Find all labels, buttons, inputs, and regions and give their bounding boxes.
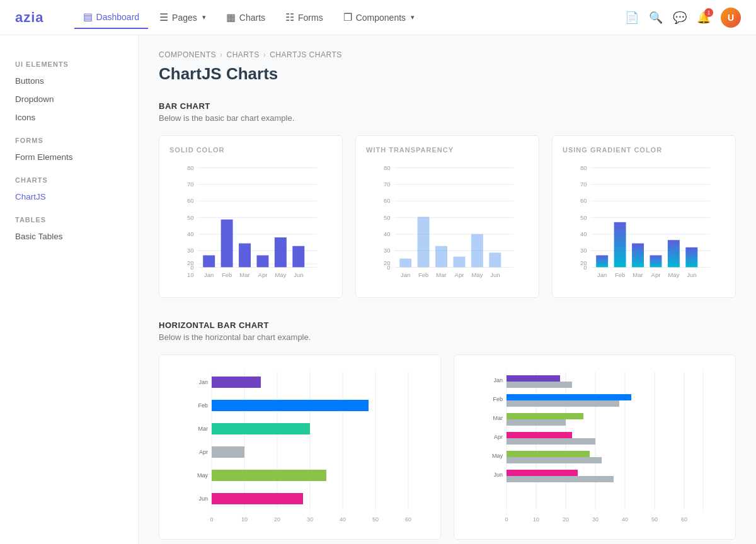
svg-text:Jan: Jan xyxy=(198,379,208,385)
svg-text:Feb: Feb xyxy=(222,271,232,278)
hbar-chart-section-title: HORIZONTAL BAR CHART xyxy=(159,320,736,330)
sidebar-item-dropdown[interactable]: Dropdown xyxy=(0,90,138,108)
svg-text:80: 80 xyxy=(187,164,194,171)
svg-text:60: 60 xyxy=(384,197,391,204)
search-icon[interactable]: 🔍 xyxy=(649,11,663,25)
svg-text:May: May xyxy=(275,271,286,278)
pages-icon: ☰ xyxy=(159,11,168,23)
sidebar-item-form-elements[interactable]: Form Elements xyxy=(0,148,138,166)
hbar-chart-2-svg: 0 10 20 30 40 50 60 Jan Feb xyxy=(464,365,725,529)
sidebar-item-icons[interactable]: Icons xyxy=(0,108,138,127)
svg-rect-24 xyxy=(275,237,287,267)
nav-right: 📄 🔍 💬 🔔 1 U xyxy=(625,8,741,28)
breadcrumb-current: CHARTJS CHARTS xyxy=(270,50,342,59)
svg-text:80: 80 xyxy=(580,164,587,171)
svg-rect-54 xyxy=(489,252,501,267)
nav-forms[interactable]: ☷ Forms xyxy=(277,6,332,29)
svg-text:60: 60 xyxy=(580,197,587,204)
bar-chart-section-title: BAR CHART xyxy=(159,101,736,111)
svg-text:30: 30 xyxy=(592,516,598,523)
sidebar-item-basic-tables[interactable]: Basic Tables xyxy=(0,227,138,246)
svg-text:Apr: Apr xyxy=(455,271,464,278)
chevron-down-icon: ▾ xyxy=(202,13,206,21)
nav-pages[interactable]: ☰ Pages ▾ xyxy=(151,6,215,29)
svg-text:Feb: Feb xyxy=(198,402,208,409)
hbar-chart-1-area: 0 10 20 30 40 50 60 Jan Feb xyxy=(169,365,430,529)
svg-text:Feb: Feb xyxy=(493,396,503,402)
layout: UI ELEMENTS Buttons Dropdown Icons FORMS… xyxy=(0,35,756,544)
svg-rect-125 xyxy=(507,375,560,382)
svg-text:Jan: Jan xyxy=(401,271,410,278)
svg-rect-77 xyxy=(650,255,662,267)
hbar-charts-row: 0 10 20 30 40 50 60 Jan Feb xyxy=(159,354,736,540)
sidebar-section-ui-elements: UI ELEMENTS Buttons Dropdown Icons xyxy=(0,55,138,127)
sidebar-item-buttons[interactable]: Buttons xyxy=(0,72,138,90)
bar-chart-gradient: USING GRADIENT COLOR xyxy=(552,135,736,298)
svg-text:20: 20 xyxy=(563,516,569,523)
sidebar-section-title-forms: FORMS xyxy=(0,132,138,148)
svg-text:Apr: Apr xyxy=(199,449,208,455)
svg-text:Jun: Jun xyxy=(490,271,500,278)
message-icon[interactable]: 💬 xyxy=(673,11,687,25)
svg-text:60: 60 xyxy=(187,197,194,204)
bar-chart-solid-label: SOLID COLOR xyxy=(169,146,332,154)
svg-rect-44 xyxy=(399,259,411,268)
svg-text:Jun: Jun xyxy=(493,472,503,478)
svg-text:50: 50 xyxy=(580,214,587,221)
notification-badge: 1 xyxy=(704,8,713,17)
nav-dashboard[interactable]: ▤ Dashboard xyxy=(74,6,149,29)
bar-chart-transparency: WITH TRANSPARENCY 80 70 60 50 xyxy=(355,135,539,298)
svg-text:0: 0 xyxy=(387,264,390,271)
svg-rect-129 xyxy=(507,400,619,407)
svg-rect-138 xyxy=(507,457,602,463)
svg-text:80: 80 xyxy=(384,164,391,171)
svg-text:50: 50 xyxy=(651,516,658,523)
svg-text:0: 0 xyxy=(190,264,193,271)
breadcrumb-sep2: › xyxy=(263,50,266,59)
nav-links: ▤ Dashboard ☰ Pages ▾ ▦ Charts ☷ Forms ❐… xyxy=(74,6,605,29)
svg-rect-81 xyxy=(685,247,697,268)
svg-text:May: May xyxy=(197,472,209,479)
sidebar: UI ELEMENTS Buttons Dropdown Icons FORMS… xyxy=(0,35,139,544)
svg-text:30: 30 xyxy=(307,516,313,523)
bar-chart-section-desc: Below is the basic bar chart example. xyxy=(159,113,736,123)
nav-components[interactable]: ❐ Components ▾ xyxy=(335,6,423,29)
svg-text:20: 20 xyxy=(274,516,280,523)
svg-text:Mar: Mar xyxy=(493,415,503,421)
svg-rect-134 xyxy=(507,432,572,438)
nav-charts[interactable]: ▦ Charts xyxy=(217,6,274,29)
svg-text:Jun: Jun xyxy=(294,271,303,278)
svg-rect-104 xyxy=(212,446,244,458)
svg-rect-52 xyxy=(471,234,483,268)
svg-text:Jan: Jan xyxy=(204,271,214,278)
avatar[interactable]: U xyxy=(721,8,741,28)
svg-rect-141 xyxy=(507,476,614,482)
bar-chart-transparency-area: 80 70 60 50 40 30 20 0 Jan Feb xyxy=(366,161,529,287)
dashboard-icon: ▤ xyxy=(83,11,93,23)
sidebar-section-tables: TABLES Basic Tables xyxy=(0,211,138,246)
sidebar-item-chartjs[interactable]: ChartJS xyxy=(0,188,138,206)
top-navigation: azia ▤ Dashboard ☰ Pages ▾ ▦ Charts ☷ Fo… xyxy=(0,0,756,35)
svg-text:Mar: Mar xyxy=(633,271,643,278)
svg-text:Jun: Jun xyxy=(687,271,696,278)
svg-rect-79 xyxy=(668,240,680,267)
svg-text:0: 0 xyxy=(505,516,508,523)
notification-icon[interactable]: 🔔 1 xyxy=(697,11,711,25)
svg-text:0: 0 xyxy=(583,264,587,271)
svg-rect-135 xyxy=(507,438,595,445)
main-content: COMPONENTS › CHARTS › CHARTJS CHARTS Cha… xyxy=(139,35,756,544)
svg-rect-75 xyxy=(632,244,644,268)
svg-text:50: 50 xyxy=(384,214,391,221)
svg-rect-16 xyxy=(203,255,215,267)
svg-text:Apr: Apr xyxy=(651,271,661,278)
svg-text:0: 0 xyxy=(210,516,213,523)
components-icon: ❐ xyxy=(343,11,352,23)
bar-chart-solid-area: 80 70 60 50 40 30 20 10 Jan xyxy=(169,161,332,287)
svg-text:60: 60 xyxy=(681,516,687,523)
svg-rect-108 xyxy=(212,493,303,504)
svg-text:40: 40 xyxy=(580,230,587,237)
svg-text:May: May xyxy=(471,271,483,278)
sidebar-section-title-ui: UI ELEMENTS xyxy=(0,55,138,72)
document-icon[interactable]: 📄 xyxy=(625,11,639,25)
svg-text:30: 30 xyxy=(580,247,587,254)
